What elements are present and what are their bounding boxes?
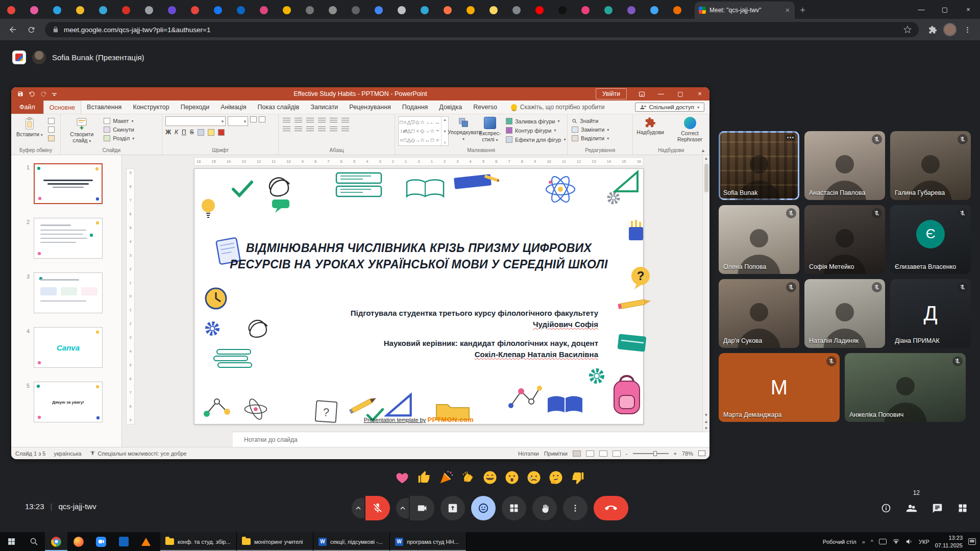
vertical-scrollbar[interactable]: ▲ ▼ ▲ ▼ [702, 155, 709, 432]
taskbar-window-button[interactable]: Wпрограма студ НН... [390, 532, 467, 551]
zoom-in-icon[interactable]: + [674, 450, 677, 457]
shape-option[interactable]: ○ [416, 128, 419, 134]
normal-view-icon[interactable] [573, 450, 581, 457]
taskbar-window-button[interactable]: Wсекції, підсумкові -... [313, 532, 390, 551]
font-color-icon[interactable] [218, 129, 225, 136]
slide-canvas[interactable]: ? ? [194, 168, 644, 424]
meeting-details-button[interactable] [876, 498, 896, 518]
shape-option[interactable]: ~ [436, 128, 439, 134]
ppt-close-icon[interactable]: × [690, 87, 709, 101]
reaction-heart[interactable] [394, 469, 410, 486]
participant-tile[interactable]: Софія Метейко [804, 205, 885, 274]
shape-fill-button[interactable]: Заливка фігури▾ [505, 117, 567, 125]
align-left-icon[interactable] [283, 127, 290, 132]
shapes-scroll[interactable]: ▲▼≡ [441, 117, 448, 145]
pinned-tab-favicon[interactable] [191, 6, 199, 14]
tab-close-icon[interactable]: × [785, 6, 791, 15]
ppt-tab-Рецензування[interactable]: Рецензування [344, 101, 396, 114]
shape-option[interactable]: □ [400, 119, 403, 125]
shape-option[interactable]: □ [431, 137, 434, 143]
save-icon[interactable] [17, 91, 23, 97]
shape-option[interactable]: ☆ [420, 137, 425, 143]
paste-button[interactable]: Вставити ▾ [14, 116, 45, 138]
participant-tile[interactable]: ДДіана ПРИМАК [890, 279, 971, 348]
line-spacing-icon[interactable] [330, 118, 337, 123]
taskbar-clock[interactable]: 13:23 07.11.2025 [935, 534, 963, 549]
taskbar-search-icon[interactable] [22, 532, 45, 551]
ppt-tab-Reverso[interactable]: Reverso [468, 101, 503, 114]
comments-toggle[interactable]: Примітки [544, 450, 568, 457]
shape-option[interactable]: □ [403, 137, 406, 143]
indent-decrease-icon[interactable] [306, 118, 314, 123]
slide-title[interactable]: ВІДМІНЮВАННЯ ЧИСЛІВНИКА КРІЗЬ ПРИЗМУ ЦИФ… [210, 240, 628, 272]
slide-thumbnail-4[interactable]: Canva [34, 327, 103, 368]
pinned-tab-favicon[interactable] [99, 6, 107, 14]
taskbar-vlc-button[interactable] [135, 532, 157, 551]
ppt-tab-Показ слайдів[interactable]: Показ слайдів [252, 101, 305, 114]
zoom-slider[interactable] [633, 453, 669, 454]
align-right-icon[interactable] [306, 127, 314, 132]
pinned-tab-favicon[interactable] [260, 6, 268, 14]
slideshow-view-icon[interactable] [612, 450, 621, 457]
slide-sorter-view-icon[interactable] [586, 450, 594, 457]
cut-icon[interactable] [48, 118, 55, 124]
profile-avatar[interactable] [943, 23, 957, 36]
pinned-tab-favicon[interactable] [375, 6, 383, 14]
participant-tile[interactable]: Наталія Ладиняк [804, 279, 885, 348]
pinned-tab-favicon[interactable] [214, 6, 222, 14]
slide-thumbnail-2[interactable] [34, 218, 103, 259]
participant-tile[interactable]: Анжеліка Попович [845, 353, 966, 422]
reaction-laugh[interactable] [482, 469, 498, 486]
correct-rephraser-addin-button[interactable]: Correct Rephraser [674, 116, 706, 143]
touch-keyboard-icon[interactable] [879, 539, 887, 544]
zoom-out-icon[interactable]: - [626, 450, 628, 457]
pinned-tab-favicon[interactable] [604, 6, 612, 14]
grow-font-icon[interactable] [250, 116, 257, 122]
pinned-tab-favicon[interactable] [30, 6, 38, 14]
fit-to-window-icon[interactable] [698, 450, 705, 456]
camera-button[interactable] [410, 496, 434, 520]
font-size-select[interactable]: ▾ [228, 116, 248, 126]
accessibility-status[interactable]: Спеціальні можливості: усе добре [90, 450, 187, 457]
pinned-tab-favicon[interactable] [329, 6, 337, 14]
italic-button[interactable]: К [175, 129, 178, 136]
extensions-puzzle-icon[interactable] [925, 22, 940, 37]
participant-tile[interactable]: ЄЄлизавета Власенко [890, 205, 971, 274]
shape-option[interactable]: ▽ [411, 119, 415, 125]
reset-button[interactable]: Скинути [103, 126, 135, 133]
desktop-toolbar-label[interactable]: Робочий стіл [823, 539, 856, 545]
pinned-tab-favicon[interactable] [283, 6, 291, 14]
mic-button[interactable] [365, 496, 390, 520]
format-painter-icon[interactable] [48, 135, 55, 141]
ppt-tab-Конструктор[interactable]: Конструктор [127, 101, 175, 114]
reactions-button[interactable] [471, 496, 496, 520]
reaction-thumbs-down[interactable] [570, 469, 586, 486]
participant-tile[interactable]: Галина Губарева [890, 131, 971, 200]
participant-tile[interactable]: Sofia Bunak [719, 131, 799, 200]
toolbar-expand-icon[interactable]: » [862, 539, 865, 545]
activities-button[interactable] [502, 496, 526, 520]
shape-option[interactable]: ○ [400, 137, 403, 143]
shape-option[interactable]: → [425, 128, 430, 134]
back-icon[interactable] [5, 22, 20, 37]
ribbon-display-options-icon[interactable] [632, 87, 651, 101]
previous-slide-icon[interactable]: ▲ [704, 418, 708, 425]
indent-increase-icon[interactable] [318, 118, 326, 123]
undo-icon[interactable] [29, 91, 35, 97]
taskbar-window-button[interactable]: конф. та студ. збір... [160, 532, 237, 551]
language-indicator[interactable]: українська [54, 450, 82, 457]
shape-option[interactable]: □ [411, 128, 414, 134]
browser-menu-icon[interactable] [960, 22, 975, 37]
shape-option[interactable]: ◇ [421, 128, 425, 134]
font-name-select[interactable]: ▾ [165, 116, 226, 126]
pinned-tab-favicon[interactable] [535, 6, 544, 14]
reaction-clap[interactable] [460, 469, 476, 486]
shape-option[interactable]: ◇ [415, 119, 420, 125]
pinned-tab-favicon[interactable] [467, 6, 475, 14]
network-icon[interactable] [892, 538, 900, 545]
present-button[interactable] [440, 496, 465, 520]
pinned-tab-favicon[interactable] [76, 6, 84, 14]
slide-thumbnail-1[interactable] [34, 163, 103, 204]
shape-option[interactable]: → [415, 137, 420, 143]
pinned-tab-favicon[interactable] [444, 6, 452, 14]
